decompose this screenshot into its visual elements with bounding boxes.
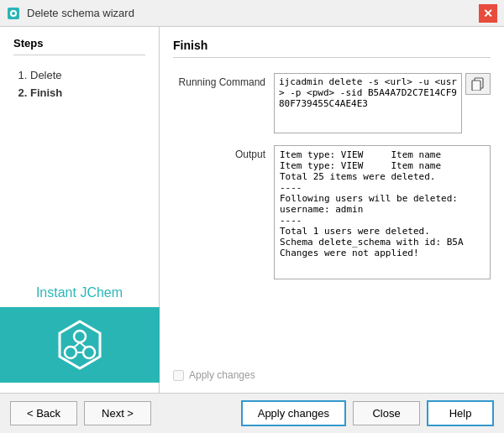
main-container: Steps Delete Finish Instant JChem [0,27,504,393]
title-bar: Delete schema wizard ✕ [0,0,504,27]
help-button[interactable]: Help [427,400,494,426]
back-button[interactable]: < Back [10,401,77,425]
running-command-row: Running Command ijcadmin delete -s <url>… [173,73,491,133]
step-delete: Delete [30,69,145,81]
content-area: Finish Running Command ijcadmin delete -… [160,27,504,393]
apply-changes-checkbox-label: Apply changes [189,369,255,381]
close-button[interactable]: Close [353,401,420,425]
output-label: Output [173,145,265,160]
command-box-wrapper: ijcadmin delete -s <url> -u <usr> -p <pw… [274,73,491,133]
output-box-wrapper: Item type: VIEW Item name Item type: VIE… [274,145,491,279]
section-title: Finish [173,39,491,58]
steps-list: Delete Finish [13,69,145,104]
svg-line-7 [74,342,80,347]
bottom-bar: < Back Next > Apply changes Close Help [0,393,504,433]
brand-logo-box [0,307,160,383]
output-value[interactable]: Item type: VIEW Item name Item type: VIE… [274,145,491,279]
svg-point-4 [74,331,86,342]
window-title: Delete schema wizard [27,7,134,19]
running-command-label: Running Command [173,73,265,88]
sidebar: Steps Delete Finish Instant JChem [0,27,160,393]
output-row: Output Item type: VIEW Item name Item ty… [173,145,491,354]
svg-point-6 [83,347,95,358]
svg-marker-3 [60,321,100,368]
next-button[interactable]: Next > [84,401,151,425]
apply-changes-button[interactable]: Apply changes [241,400,346,426]
title-bar-left: Delete schema wizard [7,7,134,20]
apply-changes-checkbox[interactable] [173,370,184,381]
brand-name: Instant JChem [36,285,123,300]
svg-point-2 [12,12,15,15]
apply-changes-row: Apply changes [173,366,491,381]
copy-button[interactable] [465,73,491,95]
step-finish: Finish [30,86,145,99]
svg-line-8 [80,342,86,347]
brand-logo-icon [53,318,107,372]
app-icon [7,7,20,20]
copy-icon [471,77,485,91]
svg-rect-11 [472,81,480,91]
close-window-button[interactable]: ✕ [479,4,497,23]
running-command-value[interactable]: ijcadmin delete -s <url> -u <usr> -p <pw… [274,73,462,133]
svg-point-5 [65,347,76,358]
brand-section: Instant JChem [13,285,145,383]
steps-title: Steps [13,37,145,55]
